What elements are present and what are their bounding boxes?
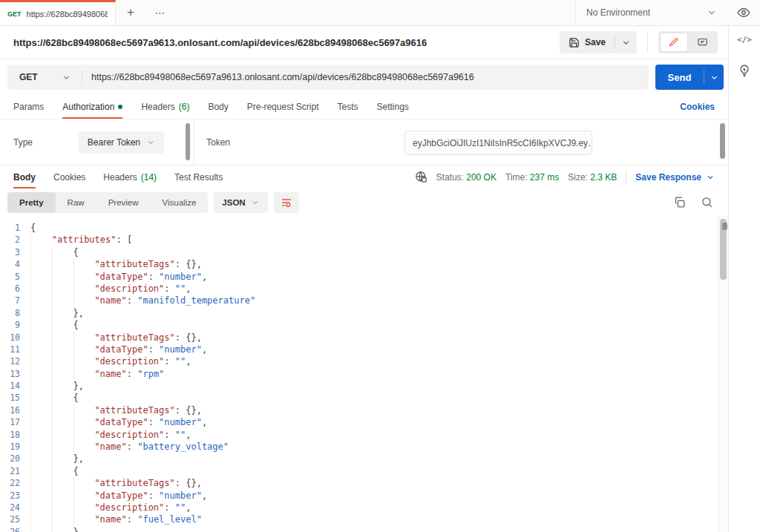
tab-headers[interactable]: Headers(6) (141, 95, 189, 119)
view-mode-pretty[interactable]: Pretty (7, 192, 56, 213)
line-number: 9 (0, 319, 30, 331)
code-line: 4 "attributeTags": {}, (0, 258, 728, 270)
line-content: "dataType": "number", (30, 271, 207, 283)
line-content: "dataType": "number", (30, 490, 207, 502)
code-scrollbar-track[interactable] (718, 216, 728, 532)
lightbulb-icon[interactable] (738, 64, 751, 77)
tab-authorization[interactable]: Authorization (62, 95, 122, 119)
line-number: 8 (0, 307, 30, 319)
url-input[interactable] (82, 72, 649, 82)
code-line: 18 "description": "", (0, 429, 728, 441)
token-input[interactable]: eyJhbGciOiJIUzI1NiIsInR5cCI6IkpXVCJ9.ey… (404, 131, 592, 155)
request-tab[interactable]: GET https://628bc89498068e (0, 0, 116, 25)
search-icon[interactable] (701, 196, 713, 208)
code-snippet-icon[interactable]: </> (737, 35, 752, 45)
line-number: 18 (0, 429, 30, 441)
line-number: 22 (0, 477, 30, 489)
request-config-tabs: ParamsAuthorizationHeaders(6)BodyPre-req… (0, 95, 728, 119)
save-button-label: Save (585, 37, 606, 47)
line-content: "description": "", (30, 283, 191, 295)
code-scrollbar-thumb[interactable] (720, 219, 727, 280)
cookies-link[interactable]: Cookies (680, 95, 715, 119)
line-number: 15 (0, 392, 30, 404)
line-number: 4 (0, 258, 30, 270)
copy-icon[interactable] (673, 196, 686, 208)
pencil-icon (669, 37, 679, 47)
auth-type-selector[interactable]: Bearer Token (79, 131, 164, 154)
send-options-button[interactable] (704, 73, 724, 82)
line-number: 2 (0, 234, 30, 246)
code-line: 1{ (0, 222, 728, 234)
auth-right-scrollbar[interactable] (720, 123, 725, 159)
tab-body[interactable]: Body (208, 95, 228, 119)
code-line: 12 "description": "", (0, 355, 728, 367)
edit-comment-toggle (658, 31, 718, 53)
right-sidebar: </> (728, 26, 760, 532)
response-status-group: Status: 200 OK Time: 237 ms Size: 2.3 KB… (415, 165, 715, 188)
auth-left-scrollbar[interactable] (186, 123, 190, 160)
tab-pre-request-script[interactable]: Pre-request Script (247, 95, 319, 119)
save-button[interactable]: Save (560, 37, 615, 48)
environment-label: No Environment (586, 7, 701, 18)
line-number: 26 (0, 526, 30, 532)
code-line: 20 }, (0, 453, 728, 464)
view-mode-raw[interactable]: Raw (56, 192, 96, 213)
method-value: GET (19, 72, 38, 82)
code-line: 6 "description": "", (0, 283, 728, 295)
save-response-button[interactable]: Save Response (635, 172, 715, 183)
size-badge: Size: 2.3 KB (568, 172, 617, 183)
code-line: 3 { (0, 246, 728, 258)
line-number: 20 (0, 453, 30, 464)
network-info-icon[interactable] (415, 171, 428, 183)
response-tab-cookies[interactable]: Cookies (53, 165, 85, 188)
response-meta-row: BodyCookiesHeaders(14)Test Results Statu… (0, 165, 728, 188)
line-number: 14 (0, 380, 30, 392)
chevron-down-icon (621, 38, 631, 47)
code-line: 16 "attributeTags": {}, (0, 404, 728, 416)
response-tab-headers[interactable]: Headers(14) (103, 165, 157, 188)
method-selector[interactable]: GET (7, 72, 82, 82)
line-number: 10 (0, 332, 30, 344)
auth-token-column: Token eyJhbGciOiJIUzI1NiIsInR5cCI6IkpXVC… (194, 119, 728, 165)
wrap-lines-button[interactable] (274, 192, 299, 213)
tab-more-button[interactable]: ⋯ (145, 0, 175, 25)
line-number: 11 (0, 344, 30, 355)
response-tabs: BodyCookiesHeaders(14)Test Results (13, 165, 240, 188)
code-line: 13 "name": "rpm" (0, 368, 728, 380)
tab-settings[interactable]: Settings (377, 95, 409, 119)
auth-type-value: Bearer Token (88, 137, 140, 148)
response-tab-body[interactable]: Body (13, 165, 36, 188)
view-mode-preview[interactable]: Preview (96, 192, 151, 213)
edit-request-button[interactable] (661, 33, 687, 51)
code-line: 24 "description": "", (0, 502, 728, 513)
tab-tests[interactable]: Tests (337, 95, 358, 119)
save-options-button[interactable] (615, 38, 637, 47)
auth-type-column: Type Bearer Token (0, 119, 194, 165)
new-tab-button[interactable]: + (116, 0, 145, 25)
response-tools (673, 196, 713, 208)
line-number: 3 (0, 246, 30, 258)
save-icon (569, 37, 580, 48)
postman-app: GET https://628bc89498068e + ⋯ No Enviro… (0, 0, 760, 532)
save-response-label: Save Response (635, 172, 701, 183)
line-content: "name": "manifold_temperature" (30, 295, 255, 306)
environment-selector[interactable]: No Environment (575, 0, 727, 25)
comment-button[interactable] (689, 33, 715, 51)
tab-count: (6) (179, 102, 190, 112)
environment-quick-look-button[interactable] (727, 0, 760, 25)
format-selector[interactable]: JSON (214, 192, 267, 213)
tab-count: (14) (141, 172, 157, 183)
response-body-viewer[interactable]: 1{2 "attributes": [3 {4 "attributeTags":… (0, 216, 728, 532)
tab-label: Tests (337, 102, 358, 112)
line-content: { (30, 222, 36, 234)
eye-icon (737, 6, 750, 19)
tab-params[interactable]: Params (13, 95, 44, 119)
line-content: "name": "fuel_level" (30, 513, 202, 525)
chevron-down-icon (707, 7, 717, 18)
chevron-down-icon (706, 173, 715, 182)
view-mode-visualize[interactable]: Visualize (151, 192, 209, 213)
auth-type-label: Type (13, 137, 33, 148)
toolbar-divider (647, 33, 648, 51)
response-tab-test-results[interactable]: Test Results (174, 165, 223, 188)
send-button[interactable]: Send (655, 72, 704, 83)
